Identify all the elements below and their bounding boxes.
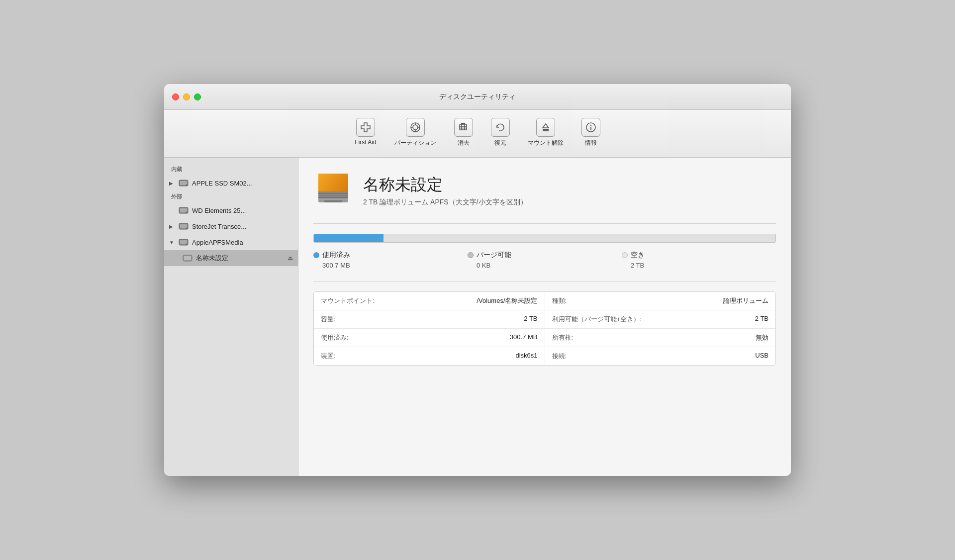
svg-rect-19	[180, 181, 187, 185]
stat-free-label-row: 空き	[622, 251, 776, 260]
stat-purgeable: パージ可能 0 KB	[468, 251, 622, 269]
restore-icon	[491, 118, 510, 137]
available-key: 利用可能（パージ可能+空き）:	[552, 315, 642, 324]
type-val: 論理ボリューム	[723, 296, 768, 305]
volume-label: 名称未設定	[196, 254, 285, 263]
svg-point-17	[590, 125, 591, 126]
svg-rect-25	[180, 224, 187, 228]
sidebar-item-appleapfsmedia[interactable]: ▼ AppleAPFSMedia	[164, 234, 298, 250]
first-aid-button[interactable]: First Aid	[346, 115, 385, 150]
titlebar: ディスクユーティリティ	[164, 84, 791, 110]
info-row-2: 容量: 2 TB 利用可能（パージ可能+空き）: 2 TB	[314, 310, 775, 329]
eject-icon[interactable]: ⏏	[287, 255, 293, 262]
capacity-val: 2 TB	[524, 315, 537, 324]
free-label: 空き	[631, 251, 645, 260]
first-aid-icon	[356, 118, 375, 137]
connection-key: 接続:	[552, 352, 567, 361]
wd-elements-label: WD Elements 25...	[192, 207, 293, 214]
stat-free: 空き 2 TB	[622, 251, 776, 269]
stat-purgeable-label-row: パージ可能	[468, 251, 622, 260]
chevron-down-apfs: ▼	[169, 240, 175, 245]
sidebar-section-external: 外部	[164, 191, 298, 202]
chevron-right-icon: ▶	[169, 181, 175, 186]
erase-button[interactable]: 消去	[445, 115, 482, 150]
stat-used-label-row: 使用済み	[313, 251, 468, 260]
svg-rect-22	[180, 208, 187, 212]
content-area: 内蔵 ▶ APPLE SSD SM02... 外部 ▶	[164, 158, 791, 476]
info-row-3: 使用済み: 300.7 MB 所有権: 無効	[314, 329, 775, 347]
info-icon	[581, 118, 600, 137]
partition-label: パーティション	[394, 139, 436, 147]
toolbar: First Aid パーティション	[164, 110, 791, 158]
info-cell-mount-key: マウントポイント: /Volumes/名称未設定	[314, 292, 545, 310]
used-value: 300.7 MB	[313, 262, 468, 269]
divider-top	[313, 223, 776, 224]
used-val-info: 300.7 MB	[510, 333, 538, 342]
first-aid-label: First Aid	[355, 139, 376, 146]
app-window: ディスクユーティリティ First Aid	[164, 84, 791, 476]
mount-point-val: /Volumes/名称未設定	[477, 296, 537, 305]
free-value: 2 TB	[622, 262, 776, 269]
volume-icon-wrapper	[313, 170, 353, 211]
restore-label: 復元	[494, 139, 506, 147]
svg-point-29	[186, 244, 188, 245]
minimize-button[interactable]	[183, 93, 190, 100]
disk-icon	[178, 178, 189, 188]
traffic-lights	[172, 93, 201, 100]
ownership-key: 所有権:	[552, 333, 573, 342]
info-row-4: 装置: disk6s1 接続: USB	[314, 347, 775, 365]
device-key: 装置:	[321, 352, 336, 361]
info-label: 情報	[585, 139, 597, 147]
info-cell-connection: 接続: USB	[545, 347, 776, 365]
info-cell-capacity: 容量: 2 TB	[314, 310, 545, 328]
chevron-right-storejet: ▶	[169, 224, 175, 229]
available-val: 2 TB	[755, 315, 768, 324]
info-cell-ownership: 所有権: 無効	[545, 329, 776, 347]
unmount-label: マウント解除	[528, 139, 564, 147]
unmount-icon	[536, 118, 555, 137]
volume-header: 名称未設定 2 TB 論理ボリューム APFS（大文字/小文字を区別）	[313, 170, 776, 211]
maximize-button[interactable]	[194, 93, 201, 100]
info-button[interactable]: 情報	[573, 115, 609, 150]
svg-rect-28	[180, 240, 187, 244]
used-dot	[313, 252, 319, 258]
connection-val: USB	[755, 352, 768, 361]
svg-rect-41	[324, 200, 342, 202]
partition-icon	[406, 118, 425, 137]
disk-icon-apfs	[178, 237, 189, 248]
apple-ssd-label: APPLE SSD SM02...	[192, 180, 293, 187]
storage-stats: 使用済み 300.7 MB パージ可能 0 KB 空き 2	[313, 251, 776, 269]
ownership-val: 無効	[756, 333, 768, 342]
restore-button[interactable]: 復元	[482, 115, 519, 150]
info-cell-used: 使用済み: 300.7 MB	[314, 329, 545, 347]
device-val: disk6s1	[515, 352, 537, 361]
svg-point-26	[186, 228, 188, 229]
mount-point-key: マウントポイント:	[321, 296, 375, 305]
info-cell-device: 装置: disk6s1	[314, 347, 545, 365]
volume-name: 名称未設定	[363, 174, 527, 196]
used-key: 使用済み:	[321, 333, 349, 342]
volume-large-icon	[313, 170, 353, 209]
info-row-1: マウントポイント: /Volumes/名称未設定 種類: 論理ボリューム	[314, 292, 775, 310]
info-grid: マウントポイント: /Volumes/名称未設定 種類: 論理ボリューム 容量:…	[313, 291, 776, 366]
sidebar-item-wd-elements[interactable]: ▶ WD Elements 25...	[164, 202, 298, 218]
purgeable-label: パージ可能	[477, 251, 511, 260]
svg-point-20	[186, 185, 188, 186]
sidebar-item-storejet[interactable]: ▶ StoreJet Transce...	[164, 218, 298, 234]
sidebar-item-apple-ssd[interactable]: ▶ APPLE SSD SM02...	[164, 175, 298, 191]
storage-bar	[313, 234, 776, 243]
partition-button[interactable]: パーティション	[385, 115, 445, 150]
sidebar-item-meishoumise[interactable]: 名称未設定 ⏏	[164, 250, 298, 266]
svg-rect-31	[184, 256, 191, 260]
free-dot	[622, 252, 628, 258]
capacity-key: 容量:	[321, 315, 336, 324]
svg-point-23	[186, 212, 188, 213]
unmount-button[interactable]: マウント解除	[519, 115, 573, 150]
storejet-label: StoreJet Transce...	[192, 223, 293, 230]
stat-used: 使用済み 300.7 MB	[313, 251, 468, 269]
close-button[interactable]	[172, 93, 179, 100]
info-cell-available: 利用可能（パージ可能+空き）: 2 TB	[545, 310, 776, 328]
window-title: ディスクユーティリティ	[439, 93, 516, 101]
svg-point-1	[413, 125, 418, 130]
sidebar: 内蔵 ▶ APPLE SSD SM02... 外部 ▶	[164, 158, 298, 476]
